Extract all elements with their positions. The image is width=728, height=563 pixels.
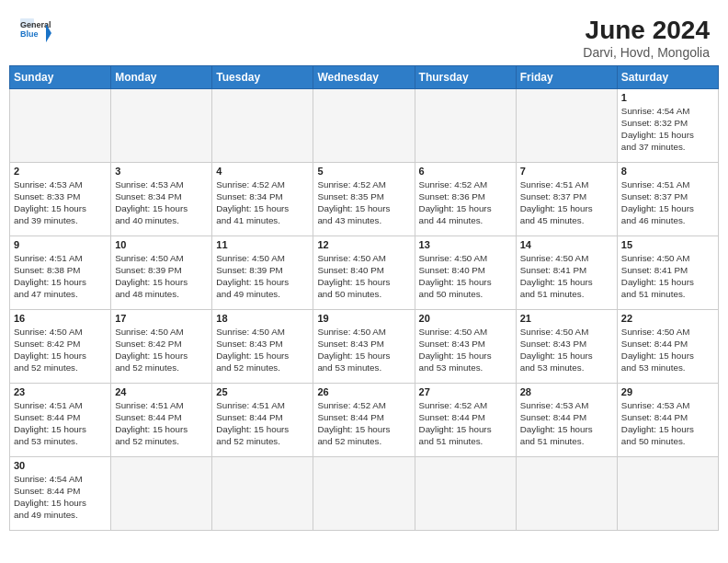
calendar-cell: 1Sunrise: 4:54 AM Sunset: 8:32 PM Daylig… xyxy=(617,88,718,162)
day-number: 7 xyxy=(520,166,613,177)
calendar-cell: 22Sunrise: 4:50 AM Sunset: 8:44 PM Dayli… xyxy=(617,309,718,383)
calendar-cell: 10Sunrise: 4:50 AM Sunset: 8:39 PM Dayli… xyxy=(111,236,212,309)
calendar-cell xyxy=(10,88,111,162)
day-number: 18 xyxy=(216,313,309,324)
day-info: Sunrise: 4:50 AM Sunset: 8:43 PM Dayligh… xyxy=(216,326,309,374)
calendar-cell: 25Sunrise: 4:51 AM Sunset: 8:44 PM Dayli… xyxy=(212,383,313,456)
calendar-cell xyxy=(212,456,313,530)
day-number: 8 xyxy=(621,166,714,177)
calendar-cell: 20Sunrise: 4:50 AM Sunset: 8:43 PM Dayli… xyxy=(415,309,516,383)
day-number: 17 xyxy=(115,313,208,324)
calendar-cell: 8Sunrise: 4:51 AM Sunset: 8:37 PM Daylig… xyxy=(617,162,718,236)
day-info: Sunrise: 4:50 AM Sunset: 8:44 PM Dayligh… xyxy=(621,326,714,374)
subtitle: Darvi, Hovd, Mongolia xyxy=(583,45,710,60)
calendar-cell xyxy=(516,88,617,162)
day-info: Sunrise: 4:50 AM Sunset: 8:40 PM Dayligh… xyxy=(317,252,410,301)
day-number: 25 xyxy=(216,386,309,397)
day-info: Sunrise: 4:50 AM Sunset: 8:43 PM Dayligh… xyxy=(419,326,512,374)
calendar-cell xyxy=(313,88,415,162)
day-info: Sunrise: 4:52 AM Sunset: 8:35 PM Dayligh… xyxy=(317,178,410,227)
calendar-week-4: 23Sunrise: 4:51 AM Sunset: 8:44 PM Dayli… xyxy=(10,383,719,456)
day-of-week-sunday: Sunday xyxy=(10,65,111,88)
calendar-cell xyxy=(111,88,212,162)
month-year: June 2024 xyxy=(583,17,710,45)
day-number: 24 xyxy=(115,386,208,397)
day-info: Sunrise: 4:53 AM Sunset: 8:34 PM Dayligh… xyxy=(115,178,208,227)
calendar-cell: 17Sunrise: 4:50 AM Sunset: 8:42 PM Dayli… xyxy=(111,309,212,383)
day-info: Sunrise: 4:51 AM Sunset: 8:37 PM Dayligh… xyxy=(621,178,714,227)
day-number: 2 xyxy=(14,166,107,177)
calendar-cell: 3Sunrise: 4:53 AM Sunset: 8:34 PM Daylig… xyxy=(111,162,212,236)
calendar-cell: 21Sunrise: 4:50 AM Sunset: 8:43 PM Dayli… xyxy=(516,309,617,383)
calendar-week-3: 16Sunrise: 4:50 AM Sunset: 8:42 PM Dayli… xyxy=(10,309,719,383)
day-number: 29 xyxy=(621,386,714,397)
day-info: Sunrise: 4:54 AM Sunset: 8:44 PM Dayligh… xyxy=(14,473,107,522)
day-info: Sunrise: 4:50 AM Sunset: 8:43 PM Dayligh… xyxy=(317,326,410,374)
day-of-week-monday: Monday xyxy=(111,65,212,88)
day-number: 6 xyxy=(419,166,512,177)
calendar-cell xyxy=(516,456,617,530)
day-number: 21 xyxy=(520,313,613,324)
calendar-cell: 11Sunrise: 4:50 AM Sunset: 8:39 PM Dayli… xyxy=(212,236,313,309)
day-info: Sunrise: 4:51 AM Sunset: 8:38 PM Dayligh… xyxy=(14,252,107,301)
day-number: 14 xyxy=(520,239,613,250)
calendar-cell: 18Sunrise: 4:50 AM Sunset: 8:43 PM Dayli… xyxy=(212,309,313,383)
calendar-header-row: SundayMondayTuesdayWednesdayThursdayFrid… xyxy=(10,65,719,88)
day-info: Sunrise: 4:53 AM Sunset: 8:44 PM Dayligh… xyxy=(621,399,714,448)
calendar-cell: 28Sunrise: 4:53 AM Sunset: 8:44 PM Dayli… xyxy=(516,383,617,456)
calendar-week-1: 2Sunrise: 4:53 AM Sunset: 8:33 PM Daylig… xyxy=(10,162,719,236)
calendar-week-0: 1Sunrise: 4:54 AM Sunset: 8:32 PM Daylig… xyxy=(10,88,719,162)
day-info: Sunrise: 4:52 AM Sunset: 8:34 PM Dayligh… xyxy=(216,178,309,227)
calendar-week-2: 9Sunrise: 4:51 AM Sunset: 8:38 PM Daylig… xyxy=(10,236,719,309)
day-of-week-thursday: Thursday xyxy=(415,65,516,88)
calendar-cell: 6Sunrise: 4:52 AM Sunset: 8:36 PM Daylig… xyxy=(415,162,516,236)
calendar-cell: 19Sunrise: 4:50 AM Sunset: 8:43 PM Dayli… xyxy=(313,309,415,383)
day-number: 3 xyxy=(115,166,208,177)
calendar-cell xyxy=(313,456,415,530)
calendar-cell: 27Sunrise: 4:52 AM Sunset: 8:44 PM Dayli… xyxy=(415,383,516,456)
day-number: 26 xyxy=(317,386,410,397)
calendar-cell xyxy=(415,88,516,162)
calendar-cell: 4Sunrise: 4:52 AM Sunset: 8:34 PM Daylig… xyxy=(212,162,313,236)
day-number: 22 xyxy=(621,313,714,324)
day-number: 12 xyxy=(317,239,410,250)
calendar-cell: 29Sunrise: 4:53 AM Sunset: 8:44 PM Dayli… xyxy=(617,383,718,456)
day-number: 1 xyxy=(621,92,714,103)
day-info: Sunrise: 4:50 AM Sunset: 8:41 PM Dayligh… xyxy=(520,252,613,301)
calendar-cell: 13Sunrise: 4:50 AM Sunset: 8:40 PM Dayli… xyxy=(415,236,516,309)
calendar: SundayMondayTuesdayWednesdayThursdayFrid… xyxy=(9,65,719,531)
day-number: 5 xyxy=(317,166,410,177)
day-number: 30 xyxy=(14,460,107,471)
logo: General Blue xyxy=(18,17,51,50)
calendar-week-5: 30Sunrise: 4:54 AM Sunset: 8:44 PM Dayli… xyxy=(10,456,719,530)
day-info: Sunrise: 4:52 AM Sunset: 8:36 PM Dayligh… xyxy=(419,178,512,227)
day-number: 20 xyxy=(419,313,512,324)
day-number: 28 xyxy=(520,386,613,397)
calendar-cell xyxy=(111,456,212,530)
day-number: 23 xyxy=(14,386,107,397)
day-of-week-saturday: Saturday xyxy=(617,65,718,88)
day-number: 13 xyxy=(419,239,512,250)
day-number: 4 xyxy=(216,166,309,177)
day-number: 16 xyxy=(14,313,107,324)
day-of-week-friday: Friday xyxy=(516,65,617,88)
day-info: Sunrise: 4:50 AM Sunset: 8:42 PM Dayligh… xyxy=(115,326,208,374)
calendar-cell xyxy=(415,456,516,530)
day-info: Sunrise: 4:51 AM Sunset: 8:44 PM Dayligh… xyxy=(216,399,309,448)
day-info: Sunrise: 4:53 AM Sunset: 8:44 PM Dayligh… xyxy=(520,399,613,448)
day-info: Sunrise: 4:50 AM Sunset: 8:43 PM Dayligh… xyxy=(520,326,613,374)
calendar-cell: 14Sunrise: 4:50 AM Sunset: 8:41 PM Dayli… xyxy=(516,236,617,309)
day-info: Sunrise: 4:50 AM Sunset: 8:42 PM Dayligh… xyxy=(14,326,107,374)
day-number: 9 xyxy=(14,239,107,250)
day-number: 11 xyxy=(216,239,309,250)
calendar-cell: 9Sunrise: 4:51 AM Sunset: 8:38 PM Daylig… xyxy=(10,236,111,309)
day-info: Sunrise: 4:51 AM Sunset: 8:44 PM Dayligh… xyxy=(14,399,107,448)
day-of-week-tuesday: Tuesday xyxy=(212,65,313,88)
day-info: Sunrise: 4:51 AM Sunset: 8:37 PM Dayligh… xyxy=(520,178,613,227)
day-number: 19 xyxy=(317,313,410,324)
calendar-cell: 30Sunrise: 4:54 AM Sunset: 8:44 PM Dayli… xyxy=(10,456,111,530)
calendar-cell: 16Sunrise: 4:50 AM Sunset: 8:42 PM Dayli… xyxy=(10,309,111,383)
day-info: Sunrise: 4:50 AM Sunset: 8:41 PM Dayligh… xyxy=(621,252,714,301)
calendar-cell: 24Sunrise: 4:51 AM Sunset: 8:44 PM Dayli… xyxy=(111,383,212,456)
day-of-week-wednesday: Wednesday xyxy=(313,65,415,88)
